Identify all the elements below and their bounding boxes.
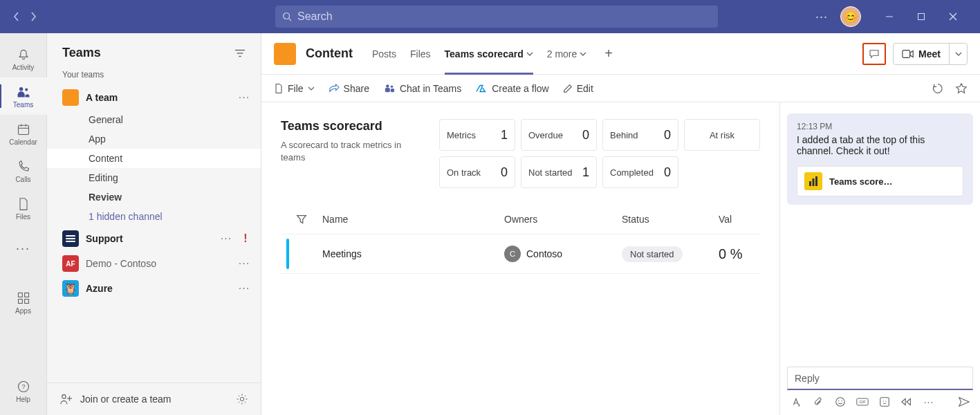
ellipsis-icon: ··· <box>16 241 31 256</box>
rail-help[interactable]: ? Help <box>0 372 47 409</box>
search-placeholder: Search <box>297 10 333 23</box>
share-button[interactable]: Share <box>329 83 369 94</box>
pencil-icon <box>563 84 573 93</box>
tab-posts[interactable]: Posts <box>372 33 396 74</box>
create-flow-button[interactable]: Create a flow <box>475 83 548 94</box>
team-row[interactable]: A team ··· <box>47 85 261 110</box>
meet-main[interactable]: Meet <box>894 44 949 64</box>
reply-input[interactable]: Reply <box>787 367 973 390</box>
bell-icon <box>16 47 31 62</box>
attachment-card[interactable]: Teams score… <box>797 166 963 196</box>
owner-cell: C Contoso <box>504 246 622 262</box>
channel-item[interactable]: Editing <box>47 168 261 187</box>
rail-apps[interactable]: Apps <box>0 284 47 321</box>
search-input[interactable]: Search <box>275 6 718 28</box>
team-more-icon[interactable]: ··· <box>237 257 251 270</box>
attach-icon[interactable] <box>812 396 824 408</box>
team-row[interactable]: 🦉 Azure ··· <box>47 276 261 301</box>
tab-more[interactable]: 2 more <box>547 33 587 74</box>
filter-column-icon[interactable] <box>281 213 322 225</box>
tab-files[interactable]: Files <box>410 33 431 74</box>
message-card: 12:13 PM I added a tab at the top of thi… <box>787 113 973 205</box>
flow-icon <box>475 84 488 93</box>
conversation-panel: 12:13 PM I added a tab at the top of thi… <box>779 102 980 415</box>
rail-activity[interactable]: Activity <box>0 40 47 77</box>
file-icon <box>16 196 31 212</box>
rail-teams[interactable]: Teams <box>0 77 47 115</box>
team-avatar: AF <box>62 255 79 272</box>
teams-icon <box>16 84 31 100</box>
user-avatar[interactable]: 😊 <box>840 6 861 27</box>
meet-dropdown[interactable] <box>949 44 967 64</box>
star-icon[interactable] <box>955 82 968 95</box>
team-more-icon[interactable]: ··· <box>237 91 251 104</box>
channel-item-unread[interactable]: Review <box>47 187 261 207</box>
svg-point-33 <box>836 398 844 406</box>
more-compose-icon[interactable]: ··· <box>923 396 935 408</box>
svg-rect-12 <box>18 293 22 297</box>
channel-item[interactable]: General <box>47 110 261 129</box>
your-teams-label: Your teams <box>47 67 261 85</box>
file-menu[interactable]: File <box>274 83 315 94</box>
rail-calendar[interactable]: Calendar <box>0 115 47 152</box>
metric-name: Meetings <box>322 248 504 259</box>
sticker-icon[interactable] <box>878 396 891 408</box>
kpi-behind[interactable]: Behind0 <box>602 119 678 151</box>
window-close[interactable] <box>937 0 969 33</box>
channel-item[interactable]: App <box>47 129 261 149</box>
emoji-icon[interactable] <box>834 396 847 408</box>
team-row[interactable]: AF Demo - Contoso ··· <box>47 251 261 276</box>
hidden-channels-link[interactable]: 1 hidden channel <box>47 207 261 226</box>
svg-point-35 <box>842 400 842 401</box>
conversation-toggle[interactable] <box>862 43 886 65</box>
rail-calls[interactable]: Calls <box>0 152 47 190</box>
kpi-completed[interactable]: Completed0 <box>602 156 678 188</box>
window-minimize[interactable] <box>873 0 905 33</box>
kpi-notstarted[interactable]: Not started1 <box>521 156 597 188</box>
channel-item-active[interactable]: Content <box>47 149 261 168</box>
kpi-ontrack[interactable]: On track0 <box>439 156 515 188</box>
send-icon[interactable] <box>958 396 970 408</box>
svg-point-40 <box>885 400 886 401</box>
calendar-icon <box>16 122 31 137</box>
search-icon <box>282 12 292 21</box>
gear-icon[interactable] <box>236 393 248 405</box>
chat-in-teams-button[interactable]: Chat in Teams <box>383 83 461 94</box>
svg-point-26 <box>386 84 389 87</box>
window-maximize[interactable] <box>905 0 937 33</box>
forward-button[interactable] <box>26 4 40 29</box>
back-button[interactable] <box>10 4 24 29</box>
stream-icon[interactable] <box>900 396 913 408</box>
channel-title: Content <box>306 46 353 61</box>
status-pill: Not started <box>622 246 683 262</box>
format-icon[interactable] <box>790 396 802 408</box>
kpi-overdue[interactable]: Overdue0 <box>521 119 597 151</box>
rail-files[interactable]: Files <box>0 190 47 227</box>
priority-icon: ! <box>240 232 251 245</box>
svg-text:?: ? <box>21 383 25 390</box>
join-team-icon <box>59 393 73 405</box>
team-more-icon[interactable]: ··· <box>219 232 233 245</box>
kpi-metrics[interactable]: Metrics1 <box>439 119 515 151</box>
table-row[interactable]: Meetings C Contoso Not started 0 % <box>281 234 760 273</box>
join-team-link[interactable]: Join or create a team <box>80 394 172 405</box>
team-avatar <box>62 89 79 106</box>
svg-rect-25 <box>903 50 910 57</box>
edit-button[interactable]: Edit <box>563 83 593 94</box>
tab-scorecard[interactable]: Teams scorecard <box>445 33 533 74</box>
message-text: I added a tab at the top of this channel… <box>797 134 963 156</box>
team-more-icon[interactable]: ··· <box>237 282 251 295</box>
team-row[interactable]: Support ··· ! <box>47 226 261 251</box>
chevron-down-icon <box>308 86 315 91</box>
svg-rect-3 <box>918 14 925 20</box>
add-tab-button[interactable]: + <box>600 46 617 62</box>
rail-more[interactable]: ··· <box>0 230 47 267</box>
filter-icon[interactable] <box>234 48 246 58</box>
gif-icon[interactable]: GIF <box>856 396 869 408</box>
svg-line-1 <box>289 19 292 21</box>
title-more-icon[interactable]: ··· <box>815 10 828 24</box>
svg-point-21 <box>62 395 66 398</box>
refresh-icon[interactable] <box>932 82 944 95</box>
file-icon <box>274 83 284 94</box>
kpi-atrisk[interactable]: At risk <box>684 119 760 151</box>
